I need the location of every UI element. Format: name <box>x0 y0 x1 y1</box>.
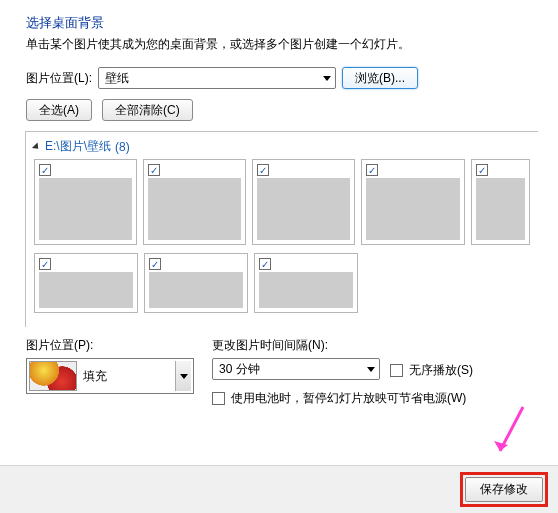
annotation-arrow-icon <box>488 405 528 465</box>
location-combo[interactable]: 壁纸 <box>98 67 336 89</box>
clear-all-button[interactable]: 全部清除(C) <box>102 99 193 121</box>
svg-line-0 <box>500 407 523 451</box>
thumb-image <box>476 178 526 240</box>
position-preview-icon <box>29 361 77 391</box>
checkbox-icon[interactable]: ✓ <box>366 164 378 176</box>
checkbox-icon <box>390 364 403 377</box>
location-label: 图片位置(L): <box>26 70 92 87</box>
thumb-image <box>366 178 459 240</box>
interval-value: 30 分钟 <box>219 361 260 378</box>
checkbox-icon[interactable]: ✓ <box>259 258 271 270</box>
chevron-down-icon <box>323 76 331 81</box>
wallpaper-thumb[interactable]: ✓ <box>471 159 531 245</box>
position-label: 图片位置(P): <box>26 337 194 354</box>
wallpaper-list[interactable]: E:\图片\壁纸 (8) ✓ ✓ ✓ ✓ ✓ <box>25 131 538 327</box>
thumb-image <box>39 178 132 240</box>
wallpaper-thumb[interactable]: ✓ <box>361 159 464 245</box>
expand-icon <box>32 142 41 151</box>
shuffle-label: 无序播放(S) <box>409 362 473 379</box>
thumb-image <box>149 272 243 308</box>
browse-button[interactable]: 浏览(B)... <box>342 67 418 89</box>
page-title: 选择桌面背景 <box>26 14 538 32</box>
wallpaper-thumb[interactable]: ✓ <box>144 253 248 313</box>
svg-marker-1 <box>494 441 508 451</box>
wallpaper-thumb[interactable]: ✓ <box>143 159 246 245</box>
annotation-highlight: 保存修改 <box>460 472 548 507</box>
thumb-image <box>259 272 353 308</box>
checkbox-icon <box>212 392 225 405</box>
position-combo[interactable]: 填充 <box>26 358 194 394</box>
thumb-image <box>148 178 241 240</box>
checkbox-icon[interactable]: ✓ <box>148 164 160 176</box>
shuffle-checkbox[interactable]: 无序播放(S) <box>390 362 473 379</box>
checkbox-icon[interactable]: ✓ <box>149 258 161 270</box>
wallpaper-thumb[interactable]: ✓ <box>34 253 138 313</box>
bottom-bar: 保存修改 <box>0 465 558 513</box>
battery-label: 使用电池时，暂停幻灯片放映可节省电源(W) <box>231 390 466 407</box>
save-button[interactable]: 保存修改 <box>465 477 543 502</box>
position-value: 填充 <box>83 368 107 385</box>
thumb-image <box>257 178 350 240</box>
folder-header[interactable]: E:\图片\壁纸 (8) <box>26 132 538 159</box>
chevron-down-icon <box>367 367 375 372</box>
thumb-image <box>39 272 133 308</box>
page-subtitle: 单击某个图片使其成为您的桌面背景，或选择多个图片创建一个幻灯片。 <box>26 36 538 53</box>
battery-checkbox[interactable]: 使用电池时，暂停幻灯片放映可节省电源(W) <box>212 390 538 407</box>
chevron-down-icon <box>180 374 188 379</box>
folder-path: E:\图片\壁纸 <box>45 138 111 155</box>
checkbox-icon[interactable]: ✓ <box>476 164 488 176</box>
wallpaper-thumb[interactable]: ✓ <box>252 159 355 245</box>
interval-combo[interactable]: 30 分钟 <box>212 358 380 380</box>
select-all-button[interactable]: 全选(A) <box>26 99 92 121</box>
checkbox-icon[interactable]: ✓ <box>39 258 51 270</box>
checkbox-icon[interactable]: ✓ <box>257 164 269 176</box>
wallpaper-thumb[interactable]: ✓ <box>34 159 137 245</box>
wallpaper-thumb[interactable]: ✓ <box>254 253 358 313</box>
checkbox-icon[interactable]: ✓ <box>39 164 51 176</box>
interval-label: 更改图片时间间隔(N): <box>212 337 538 354</box>
folder-count: (8) <box>115 140 130 154</box>
location-value: 壁纸 <box>105 70 129 87</box>
